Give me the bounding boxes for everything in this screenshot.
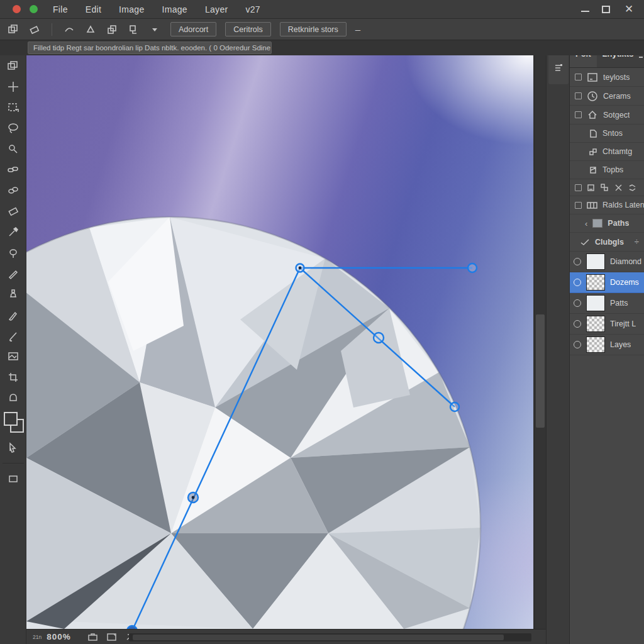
- curve-tool-icon[interactable]: [62, 23, 76, 36]
- loop-tool-icon[interactable]: [3, 242, 24, 263]
- briefcase-icon[interactable]: [87, 632, 98, 641]
- layer-thumbnail[interactable]: [586, 274, 605, 291]
- dropdown-adorcort[interactable]: Adorcort: [170, 22, 216, 36]
- document-canvas[interactable]: [26, 55, 533, 629]
- move-tool-icon[interactable]: [3, 76, 24, 97]
- menu-image-1[interactable]: Image: [119, 4, 144, 14]
- cursor-check-icon: [580, 238, 590, 247]
- eraser-tool-icon[interactable]: [3, 201, 24, 221]
- scissors-icon: [614, 184, 623, 192]
- layer-row-tirejtt[interactable]: Tirejtt L: [570, 314, 644, 335]
- chevron-left-icon[interactable]: ‹: [585, 219, 587, 228]
- visibility-eye-icon[interactable]: [574, 279, 581, 286]
- chain-tool-icon[interactable]: [3, 180, 24, 201]
- rectangle-tool-icon[interactable]: [3, 469, 24, 489]
- color-swatches[interactable]: [3, 411, 24, 436]
- fill-tool-icon[interactable]: [84, 23, 97, 36]
- options-icon-group: [0, 23, 162, 36]
- frame-tool-icon[interactable]: [3, 346, 24, 367]
- divide-icon[interactable]: ÷: [635, 237, 639, 247]
- marquee-tool-icon[interactable]: [3, 97, 24, 118]
- tool-hint-text: Filled tidp Regt sar boondrolian lip Dat…: [28, 42, 272, 54]
- eraser-slash-icon[interactable]: [28, 23, 42, 36]
- dropdown-ceritrols[interactable]: Ceritrols: [225, 22, 271, 36]
- close-icon[interactable]: ✕: [623, 4, 635, 14]
- link-tool-icon[interactable]: [3, 159, 24, 180]
- brush-tool-icon[interactable]: [3, 304, 24, 325]
- blocks-icon: [589, 147, 597, 157]
- page-icon: [589, 165, 597, 175]
- panel-row-topbs[interactable]: Topbs: [570, 161, 644, 179]
- direct-select-icon[interactable]: [3, 437, 24, 458]
- square-badge-icon: [587, 184, 595, 192]
- layer-thumbnail[interactable]: [586, 316, 605, 332]
- copy-layers-icon[interactable]: [3, 55, 24, 76]
- layer-row-diamond[interactable]: Diamond: [570, 252, 644, 272]
- dropdown-retknirle[interactable]: Retknirle stors: [280, 22, 347, 36]
- horizontal-scrollbar-thumb[interactable]: [133, 635, 504, 640]
- visibility-eye-icon[interactable]: [574, 341, 581, 348]
- chevron-down-icon[interactable]: [148, 23, 162, 36]
- info-bar: Filled tidp Regt sar boondrolian lip Dat…: [0, 40, 644, 55]
- quick-select-icon[interactable]: [3, 138, 24, 159]
- frame-icon[interactable]: [106, 632, 117, 641]
- options-overflow[interactable]: –: [355, 24, 360, 35]
- tools-separator: [3, 463, 24, 464]
- pencil-tool-icon[interactable]: [3, 263, 24, 284]
- crop-rotate-icon[interactable]: [3, 367, 24, 387]
- layer-row-patts[interactable]: Patts: [570, 293, 644, 314]
- visibility-eye-icon[interactable]: [574, 320, 581, 328]
- panel-row-teylosts[interactable]: teylosts: [570, 68, 644, 87]
- panel-row-adjust-icons[interactable]: [570, 179, 644, 196]
- panel-row-sotgect[interactable]: Sotgect: [570, 106, 644, 125]
- status-prefix: 21n: [33, 634, 42, 640]
- layer-thumbnail[interactable]: [586, 295, 605, 311]
- hand-tool-icon[interactable]: [3, 387, 24, 408]
- pen-path-overlay[interactable]: [26, 55, 533, 629]
- panel-row-chtamtg[interactable]: Chtamtg: [570, 143, 644, 161]
- checkbox[interactable]: [575, 184, 582, 191]
- traffic-light-zoom-icon[interactable]: [30, 5, 38, 13]
- checkbox[interactable]: [575, 111, 582, 118]
- panel-row-clubgls[interactable]: Clubgls ÷: [570, 233, 644, 252]
- options-separator: [52, 23, 52, 36]
- home-icon: [587, 109, 598, 120]
- panel-row-paths[interactable]: ‹ Paths: [570, 214, 644, 233]
- visibility-eye-icon[interactable]: [574, 258, 581, 265]
- checkbox[interactable]: [575, 74, 582, 80]
- menu-version: v27: [245, 4, 260, 14]
- menu-file[interactable]: File: [53, 4, 68, 14]
- lasso-tool-icon[interactable]: [3, 118, 24, 138]
- layer-row-dozems[interactable]: Dozems: [570, 272, 644, 293]
- checkbox[interactable]: [575, 202, 582, 209]
- panel-row-ralds-latent[interactable]: Ralds Latent: [570, 196, 644, 214]
- split-squares-icon: [601, 184, 609, 192]
- visibility-eye-icon[interactable]: [574, 299, 581, 307]
- layer-thumbnail[interactable]: [586, 336, 605, 353]
- layers-small-icon[interactable]: [105, 23, 119, 36]
- menu-image-2[interactable]: Image: [162, 4, 187, 14]
- traffic-light-close-icon[interactable]: [13, 5, 21, 13]
- status-bar: 21n 800%: [26, 629, 546, 644]
- vertical-scrollbar-thumb[interactable]: [536, 314, 545, 428]
- minimize-icon[interactable]: [581, 4, 589, 12]
- panel-dock: [546, 40, 570, 644]
- maximize-icon[interactable]: [602, 6, 610, 13]
- layer-row-layes[interactable]: Layes: [570, 335, 644, 355]
- panel-row-sntos[interactable]: Sntos: [570, 125, 644, 143]
- horizontal-scrollbar[interactable]: [129, 633, 531, 641]
- panel-row-cerams[interactable]: Cerams: [570, 87, 644, 106]
- grid-box-icon[interactable]: [126, 23, 140, 36]
- checkbox[interactable]: [575, 92, 582, 99]
- zoom-level[interactable]: 800%: [47, 632, 71, 641]
- layer-thumbnail[interactable]: [586, 253, 605, 270]
- menu-edit[interactable]: Edit: [86, 4, 101, 14]
- foreground-color-swatch[interactable]: [4, 412, 18, 426]
- copy-pages-icon[interactable]: [6, 23, 20, 36]
- clone-stamp-icon[interactable]: [3, 284, 24, 304]
- vertical-scrollbar[interactable]: [534, 55, 546, 629]
- eyedropper-tool-icon[interactable]: [3, 221, 24, 242]
- collapsed-panel-icon[interactable]: [548, 52, 569, 84]
- mixer-brush-icon[interactable]: [3, 325, 24, 346]
- menu-layer[interactable]: Layer: [205, 4, 228, 14]
